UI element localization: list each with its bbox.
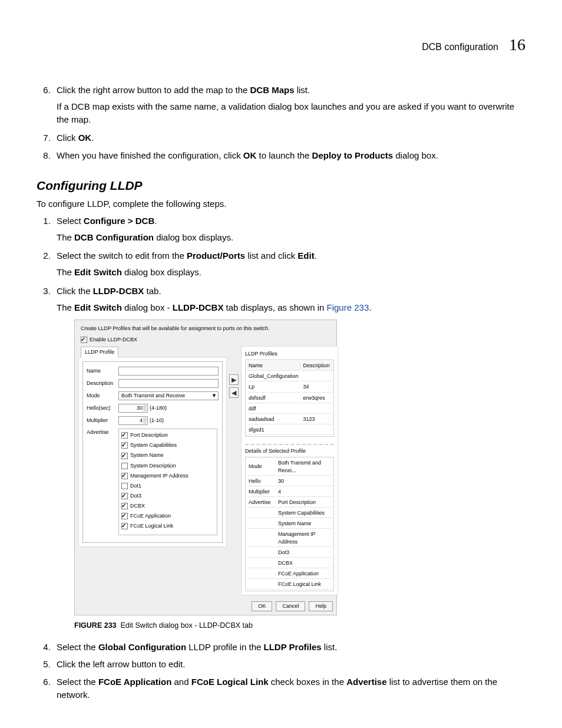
table-row: DCBX (247, 559, 332, 568)
table-row: Multiplier4 (247, 487, 332, 497)
ok-button[interactable]: OK (252, 601, 272, 611)
list-item: Select the switch to edit from the Produ… (53, 249, 525, 279)
header-title: DCB configuration (422, 42, 498, 52)
advertise-item[interactable]: Dot3 (121, 492, 214, 500)
list-item-para: If a DCB map exists with the same name, … (57, 100, 525, 126)
figure-caption: FIGURE 233 Edit Switch dialog box - LLDP… (74, 620, 525, 631)
chevron-down-icon: ▼ (211, 392, 217, 400)
tab-lldp-profile[interactable]: LLDP Profile (81, 347, 118, 358)
list-item: Click the left arrow button to edit. (53, 658, 525, 671)
profiles-table[interactable]: Name Description Global_ConfigurationLp3… (245, 360, 334, 436)
left-arrow-button[interactable]: ◀ (229, 387, 239, 398)
advertise-item[interactable]: FCoE Application (121, 512, 214, 520)
advertise-item-label: Management IP Address (130, 472, 188, 480)
name-input[interactable] (118, 367, 219, 375)
ordered-list-a: Click the right arrow button to add the … (37, 84, 525, 162)
advertise-item-label: System Description (130, 462, 176, 470)
help-button[interactable]: Help (309, 601, 333, 611)
column-header-name[interactable]: Name (247, 361, 300, 371)
advertise-item[interactable]: FCoE Logical Link (121, 522, 214, 530)
advertise-listbox[interactable]: Port DescriptionSystem CapabilitiesSyste… (118, 429, 217, 535)
advertise-item-label: Dot3 (130, 492, 141, 500)
table-row: FCoE Application (247, 569, 332, 579)
table-row[interactable]: dsfssdferw3qres (247, 394, 332, 403)
advertise-checkbox[interactable] (121, 523, 128, 529)
chapter-number: 16 (509, 35, 525, 54)
enable-lldp-checkbox[interactable] (81, 337, 87, 343)
table-row: System Name (247, 519, 332, 529)
advertise-item-label: FCoE Logical Link (130, 522, 173, 530)
list-item: Select the Global Configuration LLDP pro… (53, 641, 525, 654)
advertise-checkbox[interactable] (121, 473, 128, 479)
column-header-desc[interactable]: Description (302, 361, 332, 371)
advertise-item[interactable]: Management IP Address (121, 472, 214, 480)
advertise-checkbox[interactable] (121, 442, 128, 449)
multiplier-stepper[interactable]: 4 (118, 416, 148, 425)
advertise-item-label: System Name (130, 452, 164, 459)
advertise-item-label: FCoE Application (130, 512, 171, 520)
table-row: Hello30 (247, 477, 332, 486)
table-row: ModeBoth Transmit and Recei... (247, 459, 332, 476)
section-intro: To configure LLDP, complete the followin… (37, 199, 525, 209)
advertise-checkbox[interactable] (121, 483, 128, 489)
advertise-item[interactable]: DCBX (121, 502, 214, 510)
right-arrow-button[interactable]: ▶ (229, 374, 239, 385)
advertise-item[interactable]: Dot1 (121, 482, 214, 490)
list-item: When you have finished the configuration… (53, 149, 525, 162)
table-row[interactable]: Global_Configuration (247, 372, 332, 381)
table-row[interactable]: Lp34 (247, 383, 332, 392)
figure-link[interactable]: Figure 233 (327, 302, 369, 312)
table-row: Dot3 (247, 548, 332, 558)
multiplier-label: Multiplier (87, 417, 118, 424)
advertise-item[interactable]: Port Description (121, 431, 214, 439)
details-table: ModeBoth Transmit and Recei...Hello30Mul… (245, 457, 334, 592)
hello-stepper[interactable]: 30 (118, 404, 148, 413)
advertise-checkbox[interactable] (121, 463, 128, 469)
cancel-button[interactable]: Cancel (276, 601, 305, 611)
advertise-item[interactable]: System Capabilities (121, 442, 214, 449)
details-title: Details of Selected Profile (245, 444, 334, 455)
description-label: Description (87, 380, 118, 387)
advertise-checkbox[interactable] (121, 503, 128, 509)
page-header: DCB configuration 16 (37, 35, 525, 54)
table-row: AdvertisePort Description (247, 498, 332, 508)
advertise-label: Advertise (87, 429, 118, 436)
advertise-item[interactable]: System Description (121, 462, 214, 470)
advertise-item-label: System Capabilities (130, 442, 177, 449)
advertise-checkbox[interactable] (121, 513, 128, 519)
ordered-list-b: Select Configure > DCB. The DCB Configur… (37, 215, 525, 701)
advertise-checkbox[interactable] (121, 493, 128, 499)
edit-switch-dialog: Create LLDP Profiles that will be availa… (74, 319, 337, 615)
section-heading: Configuring LLDP (37, 179, 525, 193)
advertise-item-label: Dot1 (130, 482, 141, 490)
description-input[interactable] (118, 379, 219, 388)
chevron-left-icon: ◀ (232, 390, 236, 396)
hello-hint: (4-180) (150, 404, 167, 412)
list-item: Click the right arrow button to add the … (53, 84, 525, 126)
advertise-item-label: Port Description (130, 431, 168, 439)
table-row: FCoE Logical Link (247, 580, 332, 589)
table-row: System Capabilities (247, 509, 332, 518)
list-item: Select Configure > DCB. The DCB Configur… (53, 215, 525, 244)
hello-label: Hello(sec) (87, 404, 118, 412)
mode-select[interactable]: Both Transmit and Receive ▼ (118, 391, 219, 400)
table-row[interactable]: sfgsd1 (247, 426, 332, 435)
advertise-item-label: DCBX (130, 502, 145, 510)
enable-lldp-label: Enable LLDP-DCBX (90, 336, 137, 344)
multiplier-hint: (1-10) (150, 417, 164, 424)
mode-label: Mode (87, 392, 118, 400)
advertise-checkbox[interactable] (121, 432, 128, 439)
name-label: Name (87, 367, 118, 375)
table-row[interactable]: sadsadsad3123 (247, 415, 332, 424)
table-row[interactable]: ddf (247, 404, 332, 414)
dialog-instruction: Create LLDP Profiles that will be availa… (81, 325, 333, 332)
list-item: Click OK. (53, 131, 525, 144)
lldp-profiles-title: LLDP Profiles (245, 350, 334, 358)
chevron-right-icon: ▶ (232, 377, 236, 383)
list-item: Click the LLDP-DCBX tab. The Edit Switch… (53, 285, 525, 631)
list-item: Select the FCoE Application and FCoE Log… (53, 676, 525, 701)
advertise-item[interactable]: System Name (121, 452, 214, 459)
table-row: Management IP Address (247, 530, 332, 547)
advertise-checkbox[interactable] (121, 453, 128, 459)
